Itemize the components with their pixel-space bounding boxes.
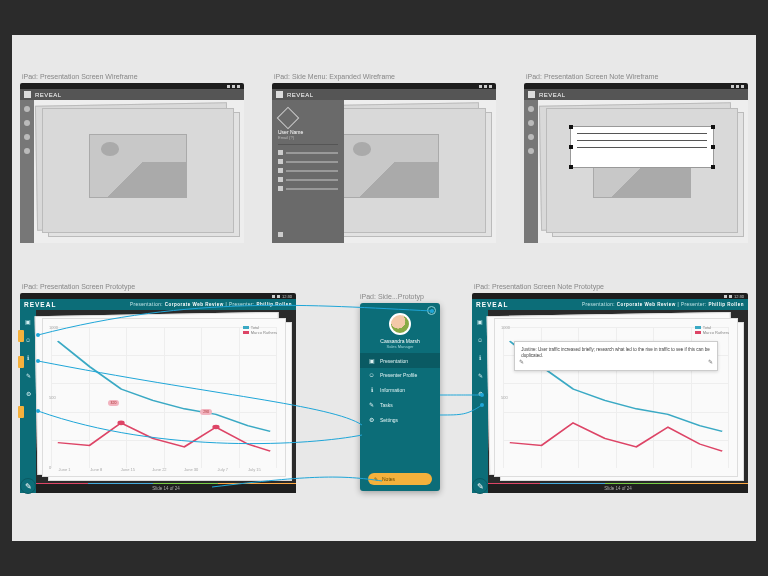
header-meta: Presentation: Corporate Web Review | Pre…	[130, 302, 292, 307]
section-flag[interactable]	[18, 406, 24, 418]
menu-item-icon: ⚙	[368, 416, 375, 423]
avatar-placeholder	[277, 107, 300, 130]
caption-wf2: iPad: Side Menu: Expanded Wireframe	[274, 73, 395, 80]
notes-button[interactable]: ✎ Notes	[368, 473, 432, 485]
note-text: Justine: User traffic increased briefly;…	[521, 347, 709, 358]
menu-item[interactable]	[278, 148, 338, 157]
brand-label: REVEAL	[24, 301, 56, 308]
menu-item[interactable]	[278, 184, 338, 193]
wireframe-sidemenu: REVEAL User Name Email (?)	[272, 83, 496, 243]
brand-label: REVEAL	[35, 92, 62, 98]
menu-item-label: Presentation	[380, 358, 408, 364]
menu-item[interactable]: ▣Presentation	[360, 353, 440, 368]
menu-footer-icon[interactable]	[278, 232, 283, 237]
pencil-icon: ✎	[374, 476, 378, 482]
menu-item-icon: ℹ	[368, 386, 375, 393]
sidebar-dot[interactable]	[24, 148, 30, 154]
caption-wf3: iPad: Presentation Screen Note Wireframe	[526, 73, 658, 80]
notes-fab-icon[interactable]: ✎	[20, 478, 36, 494]
note-overlay[interactable]: Justine: User traffic increased briefly;…	[514, 341, 717, 371]
titlebar: REVEAL	[20, 89, 244, 100]
section-flag[interactable]	[18, 356, 24, 368]
slide-footer: Slide 14 of 24	[36, 483, 296, 493]
close-icon[interactable]: ×	[427, 306, 436, 315]
tasks-icon[interactable]: ✎	[477, 372, 484, 379]
artboard: iPad: Presentation Screen Wireframe iPad…	[12, 35, 756, 541]
prototype-sidemenu[interactable]: × Cassandra Marsh Sales Manager ▣Present…	[360, 303, 440, 491]
menu-item[interactable]: ℹInformation	[360, 382, 440, 397]
section-flag[interactable]	[18, 330, 24, 342]
slide-stage	[42, 108, 234, 233]
edit-icon[interactable]: ✎	[708, 358, 713, 366]
menu-item-label: Settings	[380, 417, 398, 423]
info-icon[interactable]: ℹ	[477, 354, 484, 361]
caption-wf1: iPad: Presentation Screen Wireframe	[22, 73, 138, 80]
profile-icon[interactable]: ☺	[477, 336, 484, 343]
svg-point-0	[117, 421, 124, 426]
caption-pt1: iPad: Presentation Screen Prototype	[22, 283, 135, 290]
wireframe-note: REVEAL	[524, 83, 748, 243]
menu-item-label: Presenter Profile	[380, 372, 417, 378]
menu-item-label: Information	[380, 387, 405, 393]
presentation-icon[interactable]: ▣	[477, 318, 484, 325]
tasks-icon[interactable]: ✎	[25, 372, 32, 379]
svg-point-1	[212, 425, 219, 430]
info-icon[interactable]: ℹ	[25, 354, 32, 361]
profile-icon[interactable]: ☺	[25, 336, 32, 343]
note-overlay[interactable]	[570, 126, 714, 168]
settings-icon[interactable]: ⚙	[25, 390, 32, 397]
caption-pt3: iPad: Presentation Screen Note Prototype	[474, 283, 604, 290]
menu-item[interactable]: ⚙Settings	[360, 412, 440, 427]
menu-item[interactable]	[278, 166, 338, 175]
menu-item[interactable]: ✎Tasks	[360, 397, 440, 412]
sidebar-dot[interactable]	[24, 120, 30, 126]
side-menu-expanded[interactable]: User Name Email (?)	[272, 100, 344, 243]
menu-item[interactable]	[278, 157, 338, 166]
prototype-presentation: 12:30 REVEAL Presentation: Corporate Web…	[20, 293, 296, 493]
avatar[interactable]	[389, 313, 411, 335]
menu-item-icon: ▣	[368, 357, 375, 364]
notes-fab-icon[interactable]: ✎	[472, 478, 488, 494]
user-subtitle: Email (?)	[278, 135, 338, 140]
edit-icon[interactable]: ✎	[519, 358, 524, 366]
prototype-note: 12:30 REVEAL Presentation: Corporate Web…	[472, 293, 748, 493]
menu-item[interactable]: ☺Presenter Profile	[360, 368, 440, 382]
caption-pt2: iPad: Side...Prototyp	[360, 293, 424, 300]
logo-placeholder	[24, 91, 31, 98]
chart-annotation: 320	[108, 400, 120, 406]
user-role-label: Sales Manager	[360, 344, 440, 349]
menu-item-icon: ✎	[368, 401, 375, 408]
clock: 12:30	[282, 294, 292, 299]
line-chart: Total Marco Ruthers 1000 500 0 June 1 Ju…	[51, 327, 277, 468]
chart-annotation: 290	[200, 409, 212, 415]
presentation-icon[interactable]: ▣	[25, 318, 32, 325]
image-placeholder-icon	[89, 134, 188, 198]
settings-icon[interactable]: ⚙	[477, 390, 484, 397]
menu-item-icon: ☺	[368, 372, 375, 378]
menu-item-label: Tasks	[380, 402, 393, 408]
sidebar-dot[interactable]	[24, 134, 30, 140]
sidebar[interactable]	[20, 100, 34, 243]
wireframe-presentation: REVEAL	[20, 83, 244, 243]
menu-item[interactable]	[278, 175, 338, 184]
sidebar-dot[interactable]	[24, 106, 30, 112]
